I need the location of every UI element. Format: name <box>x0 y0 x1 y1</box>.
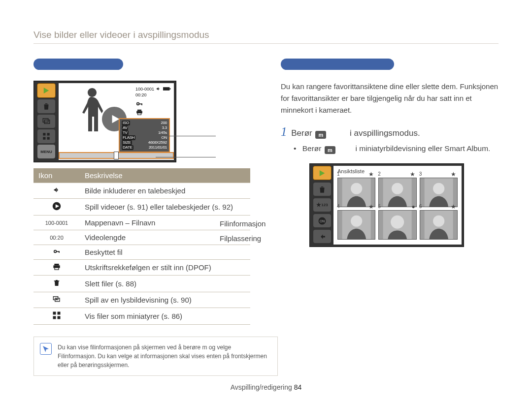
row-desc: Utskriftsrekkefølgen er stilt inn (DPOF) <box>80 260 250 276</box>
svg-point-39 <box>433 183 444 194</box>
face-list-title: Ansiktsliste <box>337 168 365 174</box>
printer-icon <box>33 260 80 276</box>
face-thumb[interactable]: 6★ <box>420 210 458 240</box>
battery-icon <box>163 86 171 93</box>
svg-text:ON: ON <box>320 219 325 223</box>
key-icon <box>135 102 143 109</box>
row-desc: Spill av en lysbildevisning (s. 90) <box>80 292 250 308</box>
svg-point-45 <box>433 216 444 227</box>
face-thumb[interactable]: 4★ <box>337 210 375 240</box>
table-row: Slett ﬁler (s. 88) <box>33 276 250 292</box>
step-number: 1 <box>281 125 287 138</box>
filename-text: 100-0001 <box>33 216 80 230</box>
pointer-fileinfo: Filinformasjon <box>220 219 266 228</box>
svg-rect-3 <box>43 133 45 136</box>
svg-rect-5 <box>43 137 45 140</box>
step-1: 1 Berør m i avspillingsmodus. <box>281 125 499 139</box>
home-icon[interactable] <box>37 83 56 98</box>
svg-marker-31 <box>320 170 325 176</box>
face-list-lcd: ★123 ON Ansiktsliste 1★ <box>309 163 464 247</box>
svg-marker-0 <box>44 88 49 93</box>
svg-rect-12 <box>141 103 142 105</box>
svg-rect-13 <box>137 110 141 111</box>
video-time: 00:20 <box>135 93 171 97</box>
table-row: 100-0001 Mappenavn – Filnavn <box>33 216 250 230</box>
printer-icon <box>135 109 171 117</box>
svg-rect-20 <box>59 251 60 253</box>
trash-icon[interactable] <box>37 99 55 113</box>
file-info-box: ISO200 AV3.3 TV1/45s FLASHON SIZE4608X25… <box>119 118 170 153</box>
menu-icon: m <box>325 146 335 154</box>
table-row: Vis ﬁler som miniatyrer (s. 86) <box>33 308 250 325</box>
svg-point-35 <box>351 183 362 194</box>
table-row: Beskyttet ﬁl <box>33 245 250 260</box>
face-thumb[interactable]: 5● <box>378 210 416 240</box>
svg-rect-27 <box>53 312 56 315</box>
thumbnails-icon <box>33 308 80 325</box>
rank-icon[interactable]: ★123 <box>313 198 331 212</box>
left-heading-pill <box>33 59 123 70</box>
svg-rect-6 <box>47 137 50 140</box>
th-desc: Beskrivelse <box>80 168 250 183</box>
svg-rect-8 <box>163 87 169 91</box>
row-desc: Slett ﬁler (s. 88) <box>80 276 250 292</box>
face-thumb[interactable]: 3★ <box>420 178 458 207</box>
slideshow-icon <box>33 292 80 308</box>
trash-icon <box>33 276 80 292</box>
info-note: Du kan vise ﬁlinformasjonen på skjermen … <box>33 337 278 376</box>
svg-rect-29 <box>53 316 56 319</box>
face-thumb[interactable]: 2★ <box>378 178 416 207</box>
duration-text: 00:20 <box>33 230 80 245</box>
slideshow-icon[interactable] <box>37 115 55 128</box>
play-circle-icon <box>33 199 80 216</box>
menu-button[interactable]: MENU <box>37 145 55 158</box>
face-thumb[interactable]: 1★ <box>337 178 375 207</box>
thumbnails-icon[interactable] <box>37 129 55 143</box>
table-row: Spill av en lysbildevisning (s. 90) <box>33 292 250 308</box>
right-intro: Du kan rangere favorittansiktene dine el… <box>281 81 499 116</box>
table-row: Bilde inkluderer en talebeskjed <box>33 183 250 199</box>
key-icon <box>33 245 80 260</box>
svg-rect-9 <box>169 88 170 90</box>
face-on-icon[interactable]: ON <box>313 214 331 227</box>
voice-memo-icon <box>33 183 80 199</box>
svg-point-41 <box>351 216 362 227</box>
page-footer: Avspilling/redigering 84 <box>0 383 532 391</box>
svg-marker-7 <box>112 115 119 123</box>
voice-memo-icon <box>155 86 162 93</box>
row-desc: Vis ﬁler som miniatyrer (s. 86) <box>80 308 250 325</box>
right-heading-pill <box>281 59 394 70</box>
file-id: 100-0001 <box>135 87 154 92</box>
table-row: Spill videoer (s. 91) eller talebeskjede… <box>33 199 250 216</box>
th-icon: Ikon <box>33 168 80 183</box>
sub-step: • Berør m i miniatyrbildevisning eller S… <box>294 143 499 154</box>
pointer-fileloc: Filplassering <box>220 234 261 243</box>
table-row: Utskriftsrekkefølgen er stilt inn (DPOF) <box>33 260 250 276</box>
svg-point-18 <box>54 250 57 253</box>
playback-lcd: MENU 100-0001 <box>33 81 176 162</box>
note-text: Du kan vise ﬁlinformasjonen på skjermen … <box>58 344 267 369</box>
svg-rect-30 <box>58 316 61 319</box>
menu-icon: m <box>315 131 326 139</box>
svg-point-10 <box>137 103 139 105</box>
svg-rect-28 <box>58 312 61 315</box>
trash-icon[interactable] <box>313 183 331 196</box>
back-icon[interactable] <box>313 230 331 243</box>
svg-point-37 <box>392 183 403 194</box>
timeline-bar[interactable] <box>59 152 174 159</box>
table-row: 00:20 Videolengde <box>33 230 250 245</box>
svg-rect-4 <box>47 133 50 136</box>
page-title: Vise bilder eller videoer i avspillingsm… <box>33 30 499 40</box>
row-desc: Bilde inkluderer en talebeskjed <box>80 183 250 199</box>
svg-rect-21 <box>54 264 59 265</box>
icon-description-table: Ikon Beskrivelse Bilde inkluderer en tal… <box>33 168 250 325</box>
row-desc: Beskyttet ﬁl <box>80 245 250 260</box>
svg-point-43 <box>391 216 404 229</box>
home-icon[interactable] <box>313 166 332 180</box>
title-rule <box>33 43 499 44</box>
info-icon <box>40 343 52 355</box>
row-desc: Spill videoer (s. 91) eller talebeskjede… <box>80 199 250 216</box>
